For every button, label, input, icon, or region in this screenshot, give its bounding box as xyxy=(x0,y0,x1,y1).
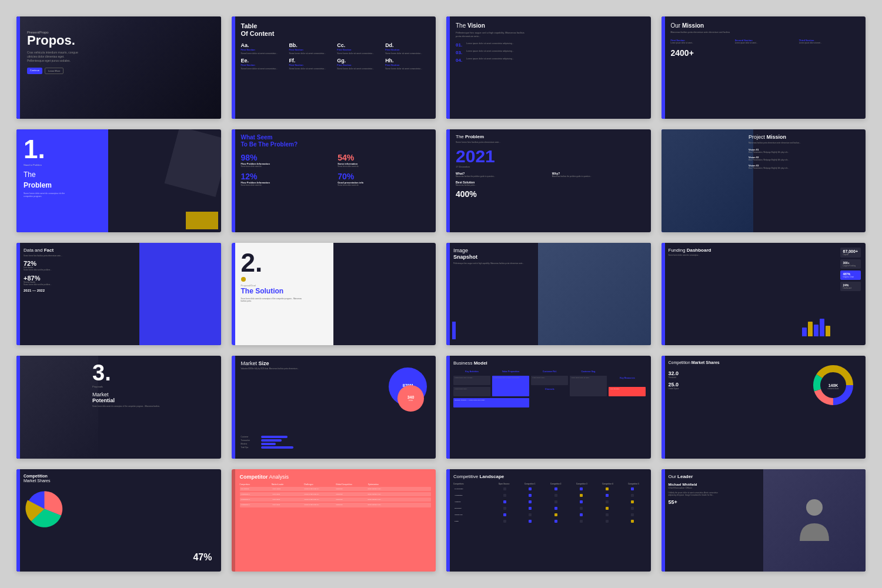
slide-competition-market-shares-donut: Competition Market Shares 32.0 Threshold… xyxy=(662,356,866,458)
continue-button[interactable]: Continue xyxy=(27,68,42,74)
slide-title: The Solution xyxy=(241,287,306,295)
accent-bar xyxy=(16,243,20,345)
slide-title-light: The xyxy=(24,171,36,179)
list-item: Best SolutionMaecenas facilisis porta... xyxy=(456,181,550,187)
slide-content: TableOf Content Aa.First SectionSome lor… xyxy=(241,22,432,70)
slide-title: Propos. xyxy=(27,34,80,47)
list-item: 03.Lorem ipsum dolor sit amet consectetu… xyxy=(456,50,646,55)
card-capital: 67,000+ Capital xyxy=(840,248,861,258)
slide-content: 2. Proposal/Goal The Solution Some lorem… xyxy=(241,250,306,302)
list-item: Bb.First SectionSome lorem dolor sit ame… xyxy=(289,42,335,55)
accent-bar xyxy=(16,129,20,232)
slide-our-leader: Our Leader Michael Whitfield Chief Execu… xyxy=(662,469,866,572)
table-header-cell: Competitor 1 xyxy=(517,483,542,485)
slide-title: Competition Market Shares xyxy=(669,360,861,365)
slide-content: 3. Proposals MarketPotential Some lorem … xyxy=(92,362,215,407)
problem-items: What?Maecenas facilisis the problem guid… xyxy=(456,172,646,187)
bar-item xyxy=(820,319,824,336)
stat-value-2: +87% xyxy=(24,275,136,282)
slide-content: Project Mission Maecenas facilisis porta… xyxy=(749,134,861,172)
accent-bar xyxy=(662,243,665,345)
table-row: Plugin xyxy=(453,519,646,524)
stat-item-2: +87% Second header Some lorem dolor set … xyxy=(24,275,136,286)
slide-buttons: Continue Learn More xyxy=(27,68,80,74)
slide-title: Business Model xyxy=(453,360,646,366)
col-header xyxy=(609,369,646,374)
pie-chart xyxy=(22,487,66,531)
col-header: Value Proposition xyxy=(492,369,529,374)
big-number: 1. xyxy=(24,136,71,162)
year-display: 2021 xyxy=(456,148,646,165)
stats-left: 32.0 Threshold 25.0 United Space xyxy=(669,370,679,393)
slide-data-fact: Data and Fact Some lorem hinc facilisis … xyxy=(16,243,221,345)
stat-item: 54% Some information Some lorem dolor am… xyxy=(338,153,431,168)
accent-bar xyxy=(662,469,665,572)
stat-number: 32.0 xyxy=(669,370,679,376)
table-cell: Lorem ipsum dolor sit amet... xyxy=(570,376,607,396)
accent-bar xyxy=(662,356,665,458)
learn-more-button[interactable]: Learn More xyxy=(45,68,64,74)
card-label: Graphic Chart xyxy=(843,276,858,278)
list-item: Hh.First SectionSome lorem dolor sit ame… xyxy=(385,58,431,71)
table-header-cell: Competitor 4 xyxy=(595,483,620,485)
geo-accent xyxy=(186,212,218,229)
slide-bg-image xyxy=(16,356,98,458)
accent-bar xyxy=(446,16,450,119)
slide-content: The Problem Some lorem hinc facilisis po… xyxy=(456,134,646,199)
bar-row: Total Ops xyxy=(241,446,383,449)
market-circles: 870M Enterprise 340 Letter xyxy=(389,368,427,406)
slide-title: What Seem To Be The Problem? xyxy=(241,134,432,148)
slide-funding-dashboard: Funding Dashboard Some lorem dolor amet … xyxy=(662,243,866,345)
funding-cards: 67,000+ Capital 300+ Largest Funding 487… xyxy=(840,248,861,291)
slide-content: Competition Market Shares xyxy=(669,360,861,365)
slide-title: ImageSnapshot xyxy=(453,248,545,260)
donut-chart-container: 140K markets share xyxy=(813,365,854,408)
stat-label: United Space xyxy=(669,387,679,390)
slide-desc: Some lorem dolor amet do conseqteur of t… xyxy=(92,405,215,407)
col-header: Channels xyxy=(531,387,568,396)
accent-bar xyxy=(16,16,20,119)
stat-item: 70% Good presentation info Some lorem do… xyxy=(338,172,431,187)
big-number: 2. xyxy=(241,250,306,276)
card-funding: 300+ Largest Funding xyxy=(840,259,861,269)
slide-table-of-content: TableOf Content Aa.First SectionSome lor… xyxy=(232,16,436,119)
table-row: Comparison 2Color placeSome do text amet… xyxy=(240,492,432,496)
accent-bar xyxy=(662,16,665,119)
list-item: Ee.First SectionSome lorem dolor sit ame… xyxy=(241,58,287,71)
list-item: Dd.First SectionSome lorem dolor sit ame… xyxy=(385,42,431,55)
slide-our-mission: Our Mission Maecenas facilisis porta ele… xyxy=(662,16,866,119)
business-grid: Key Activities Value Proposition Custome… xyxy=(453,369,646,407)
slide-desc: Some lorem hinc facilisis porta elementu… xyxy=(456,141,646,144)
slide-market-potential: 3. Proposals MarketPotential Some lorem … xyxy=(16,356,221,458)
slide-the-problem: 1. Stand to Problem The Problem Some lor… xyxy=(16,129,221,232)
card-value: 67,000+ xyxy=(843,249,858,253)
card-pct: 24% Dashboard xyxy=(840,282,861,291)
stat-text-2: Some lorem dolor set the problem... xyxy=(24,284,136,286)
table-header-cell xyxy=(400,483,431,486)
slide-title: Funding Dashboard xyxy=(669,248,861,253)
table-row: Document xyxy=(453,506,646,511)
dark-half xyxy=(333,243,436,345)
leader-info: Michael Whitfield Chief Executive Office… xyxy=(669,483,861,505)
slide-title: Competitive Landscape xyxy=(453,474,646,479)
card-label: Largest Funding xyxy=(843,265,858,267)
bar-item xyxy=(808,322,813,336)
slide-title: Competitor Analysis xyxy=(240,474,432,480)
dot-accent xyxy=(241,277,246,282)
slide-content: ImageSnapshot Pellentesque hinc augue se… xyxy=(453,248,545,265)
year-range: 2021 — 2022 xyxy=(24,289,136,292)
slide-desc: Some lorem dolor amet do conseqteur of t… xyxy=(241,298,306,302)
slide-desc: Pellentesque hinc augue sed ut high capa… xyxy=(453,262,545,265)
bar-item xyxy=(802,328,807,336)
list-item: Aa.First SectionSome lorem dolor sit ame… xyxy=(241,42,287,55)
slide-desc: Pellentesque hinc augue sed ut high capa… xyxy=(456,31,526,38)
slide-content: Our Mission Maecenas facilisis porta ele… xyxy=(671,22,861,58)
slide-desc: Some lorem dolor amet do conseqteur... xyxy=(669,254,721,256)
table-row: Get StartupsColor SpaceSome do text amet… xyxy=(240,487,432,491)
slide-problem-2021: The Problem Some lorem hinc facilisis po… xyxy=(446,129,651,232)
accent-bar xyxy=(232,129,235,232)
big-number: 3. xyxy=(92,362,215,384)
slide-business-model: Business Model Key Activities Value Prop… xyxy=(446,356,651,458)
accent-bar xyxy=(446,243,450,345)
table-row: Comparison 4Color placeSome do text amet… xyxy=(240,503,432,507)
